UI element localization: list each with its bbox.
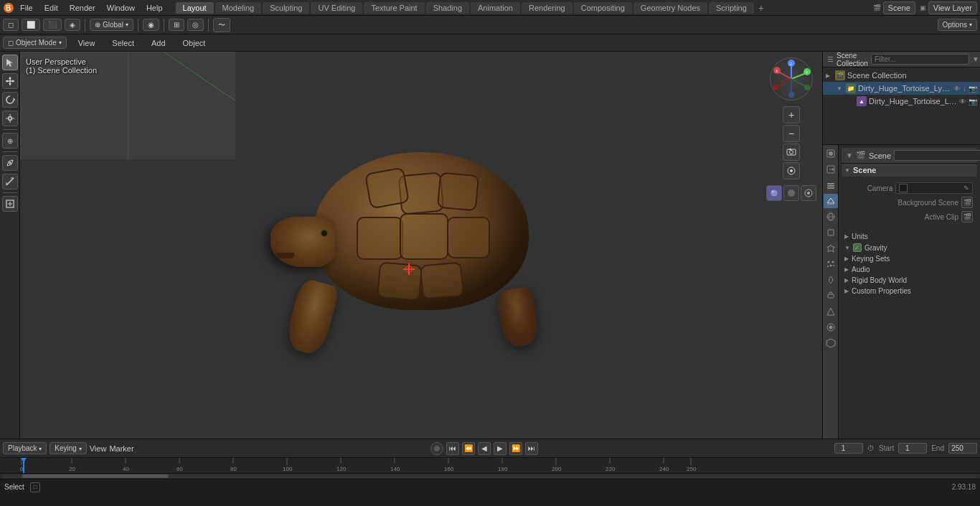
- menu-help[interactable]: Help: [141, 2, 169, 14]
- scene-dropdown[interactable]: Scene: [883, 1, 915, 14]
- prop-tab-particles[interactable]: [824, 257, 838, 271]
- nav-view[interactable]: View: [72, 37, 101, 49]
- background-scene-icon-btn[interactable]: 🎬: [961, 197, 973, 208]
- snap-btn[interactable]: ⊞: [169, 19, 184, 31]
- tab-rendering[interactable]: Rendering: [522, 2, 573, 14]
- outliner-item-tortoise-collection[interactable]: ▼ 📁 Dirty_Huge_Tortoise_Lying_P... 👁 ↓ 📷: [823, 82, 980, 95]
- select-circle-btn[interactable]: ⬛: [43, 19, 62, 31]
- viewport-shading-solid-btn[interactable]: [766, 185, 782, 201]
- view-layer-dropdown[interactable]: View Layer: [928, 1, 977, 14]
- transform-tool-btn[interactable]: ⊕: [2, 133, 18, 149]
- nav-object[interactable]: Object: [177, 37, 212, 49]
- add-workspace-btn[interactable]: +: [758, 2, 764, 14]
- tab-layout[interactable]: Layout: [176, 2, 214, 14]
- record-btn[interactable]: [430, 442, 443, 455]
- prop-tab-scene[interactable]: [824, 194, 838, 208]
- units-section-header[interactable]: ▶ Units: [842, 231, 977, 242]
- tab-compositing[interactable]: Compositing: [574, 2, 632, 14]
- tab-uv-editing[interactable]: UV Editing: [311, 2, 362, 14]
- prop-tab-constraints[interactable]: [824, 289, 838, 303]
- timeline-scrollbar-thumb[interactable]: [22, 474, 169, 478]
- end-frame-input[interactable]: [948, 443, 977, 454]
- zoom-in-btn[interactable]: +: [783, 106, 800, 123]
- scene-section-header[interactable]: ▼ Scene: [842, 164, 977, 177]
- timeline-scrubber[interactable]: 0 20 40 60 80 100 120 140 160 180 200 22…: [0, 457, 980, 473]
- outliner-scene-collection[interactable]: ▶ 🎬 Scene Collection: [823, 69, 980, 82]
- scale-tool-btn[interactable]: [2, 111, 18, 126]
- menu-file[interactable]: File: [14, 2, 39, 14]
- outliner-item-tortoise-mesh[interactable]: ▲ Dirty_Huge_Tortoise_Lyir... 👁 📷: [823, 95, 980, 108]
- playback-dropdown[interactable]: Playback ▾: [3, 442, 47, 454]
- rigid-body-world-section-header[interactable]: ▶ Rigid Body World: [842, 275, 977, 286]
- tab-modeling[interactable]: Modeling: [215, 2, 262, 14]
- timeline-scrollbar[interactable]: [0, 473, 980, 479]
- annotate-tool-btn[interactable]: [2, 155, 18, 171]
- tab-animation[interactable]: Animation: [471, 2, 520, 14]
- prop-tab-physics[interactable]: [824, 273, 838, 287]
- view-overlay-btn[interactable]: [783, 162, 800, 179]
- transform-origin-dropdown[interactable]: ⊕ Global ▾: [90, 19, 133, 31]
- camera-edit-icon[interactable]: ✎: [963, 184, 969, 192]
- prop-tab-world[interactable]: [824, 210, 838, 224]
- prop-tab-material[interactable]: [824, 320, 838, 334]
- prop-tab-data[interactable]: [824, 304, 838, 319]
- nav-select[interactable]: Select: [106, 37, 140, 49]
- prop-tab-view-layer[interactable]: [824, 178, 838, 192]
- gravity-checkbox[interactable]: ✓: [853, 243, 862, 252]
- camera-btn[interactable]: [783, 144, 800, 161]
- gravity-section-header[interactable]: ▼ ✓ Gravity: [842, 242, 977, 253]
- custom-properties-section-header[interactable]: ▶ Custom Properties: [842, 286, 977, 296]
- step-back-btn[interactable]: ⏪: [462, 442, 475, 455]
- tab-texture-paint[interactable]: Texture Paint: [364, 2, 424, 14]
- mesh-hide-render-icon[interactable]: 📷: [969, 98, 977, 106]
- hide-viewport-icon[interactable]: 👁: [953, 85, 961, 93]
- prop-tab-render[interactable]: [824, 146, 838, 161]
- curve-btn[interactable]: 〜: [213, 18, 230, 32]
- mode-toggle-btn[interactable]: ◻: [3, 19, 19, 31]
- step-forward-btn[interactable]: ⏩: [509, 442, 522, 455]
- jump-to-start-btn[interactable]: ⏮: [446, 442, 459, 455]
- keying-sets-section-header[interactable]: ▶ Keying Sets: [842, 253, 977, 264]
- menu-window[interactable]: Window: [101, 2, 141, 14]
- camera-prop-value[interactable]: ✎: [895, 182, 973, 194]
- select-box-btn[interactable]: ⬜: [22, 19, 40, 31]
- hide-select-icon[interactable]: ↓: [963, 85, 966, 93]
- outliner-search-input[interactable]: [871, 54, 969, 65]
- timeline-marker-menu[interactable]: Marker: [109, 444, 133, 453]
- move-tool-btn[interactable]: [2, 73, 18, 89]
- zoom-out-btn[interactable]: −: [783, 125, 800, 142]
- timeline-view-menu[interactable]: View: [90, 444, 107, 453]
- outliner-filter-btn[interactable]: ▼: [972, 55, 979, 63]
- keying-dropdown[interactable]: Keying ▾: [50, 442, 86, 454]
- cursor-tool-btn[interactable]: [2, 55, 18, 70]
- menu-render[interactable]: Render: [64, 2, 101, 14]
- select-lasso-btn[interactable]: ◈: [65, 19, 80, 31]
- tab-scripting[interactable]: Scripting: [709, 2, 754, 14]
- nav-add[interactable]: Add: [146, 37, 171, 49]
- audio-section-header[interactable]: ▶ Audio: [842, 264, 977, 275]
- add-object-btn[interactable]: [2, 196, 18, 212]
- viewport-shading-rendered-btn[interactable]: [801, 185, 816, 201]
- options-btn[interactable]: Options ▾: [938, 19, 977, 31]
- tab-sculpting[interactable]: Sculpting: [263, 2, 309, 14]
- active-clip-icon-btn[interactable]: 🎬: [961, 211, 973, 222]
- object-mode-dropdown[interactable]: ◻ Object Mode ▾: [3, 37, 67, 49]
- jump-to-end-btn[interactable]: ⏭: [525, 442, 538, 455]
- tab-shading[interactable]: Shading: [426, 2, 469, 14]
- play-btn[interactable]: ▶: [494, 442, 507, 455]
- prop-tab-modifier[interactable]: [824, 241, 838, 256]
- proportional-btn[interactable]: ◎: [187, 19, 204, 31]
- reverse-play-btn[interactable]: ◀: [478, 442, 491, 455]
- hide-render-icon[interactable]: 📷: [969, 85, 977, 93]
- mesh-hide-viewport-icon[interactable]: 👁: [959, 98, 966, 106]
- measure-tool-btn[interactable]: [2, 174, 18, 189]
- timeline-scrollbar-track[interactable]: [3, 474, 977, 478]
- start-frame-input[interactable]: [898, 443, 927, 454]
- nav-gizmo[interactable]: Z Y X: [770, 57, 813, 100]
- menu-edit[interactable]: Edit: [39, 2, 64, 14]
- viewport-3d[interactable]: User Perspective (1) Scene Collection Z …: [20, 52, 822, 439]
- pivot-btn[interactable]: ◉: [143, 19, 159, 31]
- rotate-tool-btn[interactable]: [2, 92, 18, 108]
- current-frame-input[interactable]: [834, 443, 863, 454]
- prop-tab-object[interactable]: [824, 225, 838, 240]
